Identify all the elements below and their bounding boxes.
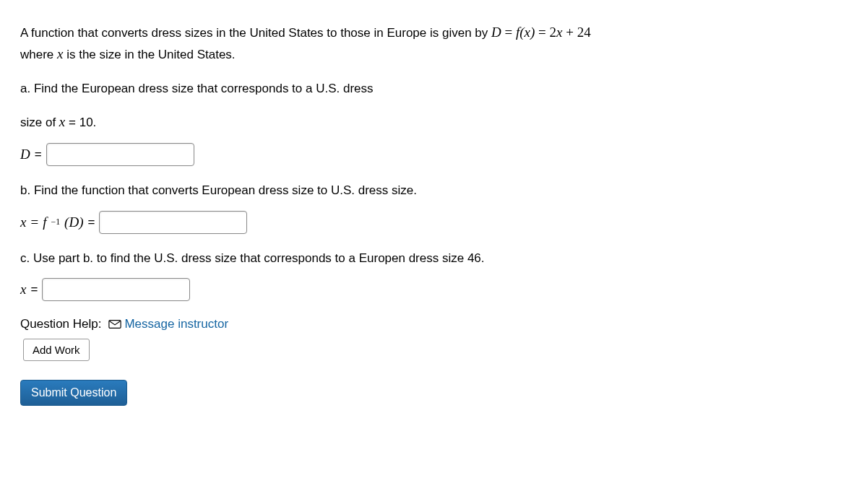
part-b-f-label: f <box>43 214 46 230</box>
mail-icon <box>108 317 121 331</box>
part-a-answer-input[interactable] <box>46 143 194 166</box>
submit-question-button[interactable]: Submit Question <box>20 380 127 406</box>
question-help-row: Question Help: Message instructor <box>20 317 847 331</box>
formula-rhs: 2x + 24 <box>550 25 591 40</box>
formula-eq1: = <box>501 25 516 40</box>
part-b-D-label: (D) <box>64 214 83 230</box>
part-b-input-row: x = f −1(D) = <box>20 211 847 234</box>
question-intro: A function that converts dress sizes in … <box>20 22 847 66</box>
formula-fx: f(x) <box>516 25 535 40</box>
part-a-prompt: a. Find the European dress size that cor… <box>20 79 847 98</box>
part-c-eq: = <box>30 282 38 297</box>
part-b-prompt: b. Find the function that converts Europ… <box>20 181 847 200</box>
intro-text-2b: is the size in the United States. <box>63 48 235 61</box>
part-a-size: size of x = 10. <box>20 111 847 133</box>
formula-D: D <box>491 25 501 40</box>
add-work-button[interactable]: Add Work <box>23 339 90 361</box>
part-b-answer-input[interactable] <box>99 211 247 234</box>
help-label: Question Help: <box>20 317 101 331</box>
part-c-prompt: c. Use part b. to find the U.S. dress si… <box>20 248 847 268</box>
part-b-eq2: = <box>87 215 95 230</box>
part-a-D-label: D <box>20 147 30 162</box>
intro-text-2a: where <box>20 48 57 61</box>
part-c-x-label: x <box>20 282 26 297</box>
part-b-x-label: x <box>20 214 26 230</box>
message-instructor-link[interactable]: Message instructor <box>108 317 228 331</box>
part-b-exp: −1 <box>51 217 60 227</box>
intro-text-1: A function that converts dress sizes in … <box>20 26 491 40</box>
part-a-eq: = <box>35 147 42 162</box>
part-a-input-row: D = <box>20 143 847 166</box>
part-c-input-row: x = <box>20 278 847 301</box>
part-c-answer-input[interactable] <box>42 278 190 301</box>
part-b-eq1: = <box>30 214 38 230</box>
message-instructor-text: Message instructor <box>124 317 228 331</box>
formula-eq2: = <box>535 25 549 40</box>
